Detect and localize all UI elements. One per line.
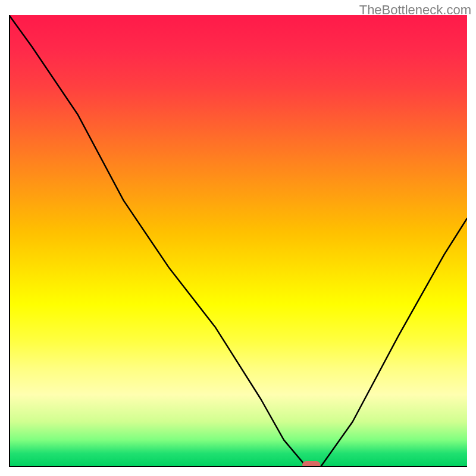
chart-plot-area [9,15,467,467]
chart-background-gradient [9,15,467,467]
watermark-text: TheBottleneck.com [359,2,471,18]
